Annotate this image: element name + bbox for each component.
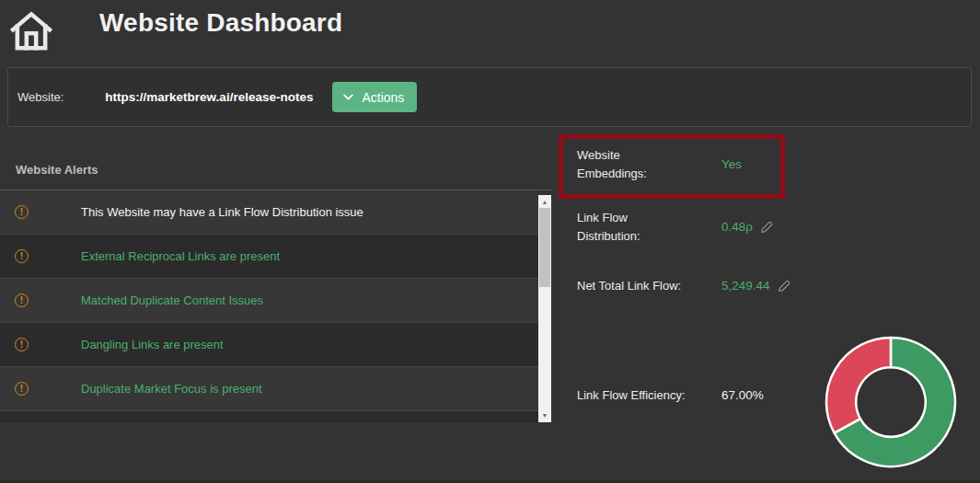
actions-button[interactable]: Actions xyxy=(332,82,417,112)
home-icon[interactable] xyxy=(7,7,55,55)
alert-text: Duplicate Market Focus is present xyxy=(81,382,262,396)
stat-website-embeddings: Website Embeddings: Yes xyxy=(577,146,844,182)
stat-value: 67.00% xyxy=(721,388,764,402)
scroll-up-icon[interactable]: ▲ xyxy=(538,195,551,209)
chevron-down-icon xyxy=(342,91,354,103)
stat-label: Link Flow Efficiency: xyxy=(577,386,721,405)
warning-icon: ! xyxy=(15,338,29,351)
stat-net-total-link-flow: Net Total Link Flow: 5,249.44 xyxy=(577,277,844,295)
website-url-link[interactable]: https://marketbrew.ai/release-notes xyxy=(105,90,313,104)
edit-pencil-icon[interactable] xyxy=(759,220,774,235)
stat-value: Yes xyxy=(721,157,742,171)
page-title: Website Dashboard xyxy=(99,8,342,38)
warning-icon: ! xyxy=(15,293,29,307)
alert-row-partial[interactable] xyxy=(0,411,538,422)
scrollbar-thumb[interactable] xyxy=(539,208,550,287)
alert-row[interactable]: ! Dangling Links are present xyxy=(0,323,538,367)
alerts-section-title: Website Alerts xyxy=(16,163,98,177)
stat-value: 5,249.44 xyxy=(721,279,791,293)
alert-text: This Website may have a Link Flow Distri… xyxy=(81,205,363,219)
alerts-scrollbar[interactable]: ▲ ▼ xyxy=(538,195,551,422)
alert-row[interactable]: ! Matched Duplicate Content Issues xyxy=(0,279,538,323)
warning-icon: ! xyxy=(15,382,29,396)
website-bar: Website: https://marketbrew.ai/release-n… xyxy=(7,67,972,127)
alert-row[interactable]: ! This Website may have a Link Flow Dist… xyxy=(0,190,538,235)
stat-label: Net Total Link Flow: xyxy=(577,277,721,295)
stat-link-flow-distribution: Link Flow Distribution: 0.48ρ xyxy=(577,209,844,245)
alert-row[interactable]: ! External Reciprocal Links are present xyxy=(0,235,538,279)
alerts-list: ! This Website may have a Link Flow Dist… xyxy=(0,190,538,422)
stat-link-flow-efficiency: Link Flow Efficiency: 67.00% xyxy=(577,386,844,405)
stat-label: Link Flow Distribution: xyxy=(577,209,721,245)
actions-button-label: Actions xyxy=(362,90,404,105)
link-flow-efficiency-donut-chart xyxy=(822,333,960,471)
edit-pencil-icon[interactable] xyxy=(777,279,791,293)
alert-text: Matched Duplicate Content Issues xyxy=(81,293,263,307)
website-field-label: Website: xyxy=(17,90,63,104)
alert-text: Dangling Links are present xyxy=(81,338,224,351)
stat-value: 0.48ρ xyxy=(721,220,774,235)
warning-icon: ! xyxy=(15,205,29,219)
stat-label: Website Embeddings: xyxy=(577,146,721,182)
website-dashboard-screen: Website Dashboard Website: https://marke… xyxy=(0,0,980,483)
donut-slice xyxy=(826,338,891,433)
scroll-down-icon[interactable]: ▼ xyxy=(538,408,551,422)
warning-icon: ! xyxy=(15,249,29,263)
alert-row[interactable]: ! Duplicate Market Focus is present xyxy=(0,367,538,411)
alert-text: External Reciprocal Links are present xyxy=(81,249,280,263)
